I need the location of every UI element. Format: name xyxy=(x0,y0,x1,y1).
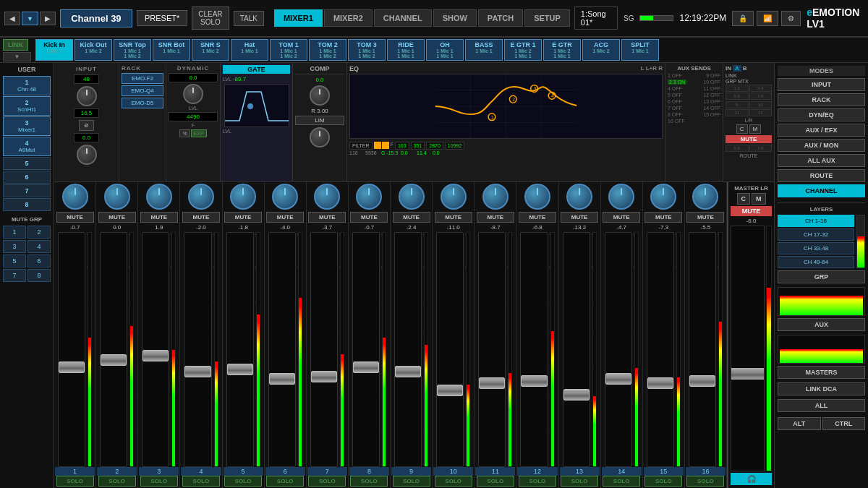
solo-btn-7[interactable]: SOLO xyxy=(308,476,346,487)
solo-btn-9[interactable]: SOLO xyxy=(393,476,430,487)
user-btn-6[interactable]: 6 xyxy=(3,171,51,184)
mute-btn-8[interactable]: MUTE xyxy=(350,212,388,223)
fader-track-16[interactable]: 50-5-10-20-30-50-60 xyxy=(689,232,716,467)
fader-thumb-5[interactable] xyxy=(227,364,253,375)
fader-thumb-9[interactable] xyxy=(395,366,421,377)
fader-thumb-11[interactable] xyxy=(479,377,505,389)
user-btn-3[interactable]: 3Mixer1 xyxy=(3,116,51,136)
fader-thumb-13[interactable] xyxy=(563,389,590,401)
mute-grp-7[interactable]: 7 xyxy=(3,269,26,282)
filter-icon2[interactable] xyxy=(382,142,389,149)
link-button[interactable]: LINK xyxy=(3,39,28,51)
comp-knob2[interactable] xyxy=(310,127,330,147)
ch-strip-8[interactable]: TOM 21 Mic 11 Mic 2 xyxy=(309,39,346,61)
ctrl-button[interactable]: CTRL xyxy=(822,417,866,430)
trim-knob[interactable] xyxy=(77,145,97,165)
channel-knob-14[interactable] xyxy=(608,184,634,210)
channel-knob-3[interactable] xyxy=(146,184,172,210)
route-mode-button[interactable]: ROUTE xyxy=(778,169,865,182)
alt-button[interactable]: ALT xyxy=(778,417,821,430)
solo-btn-6[interactable]: SOLO xyxy=(266,476,304,487)
dyn-knob[interactable] xyxy=(183,84,203,104)
wifi-button[interactable]: 📶 xyxy=(757,11,778,26)
preset-button[interactable]: PRESET* xyxy=(137,10,187,26)
ch-strip-4[interactable]: SNR Bot1 Mic 1 xyxy=(153,39,190,61)
nav-prev-button[interactable]: ◀ xyxy=(4,12,20,25)
fader-thumb-14[interactable] xyxy=(605,373,631,385)
user-btn-4[interactable]: 4A9Mut xyxy=(3,137,51,156)
mute-btn-7[interactable]: MUTE xyxy=(308,212,346,223)
ch-strip-11[interactable]: OH1 Mic 11 Mic 1 xyxy=(426,39,464,61)
ch-strip-14[interactable]: E GTR1 Mic 21 Mic 1 xyxy=(543,39,581,61)
headphones-btn[interactable]: 🎧 xyxy=(731,473,772,485)
ch-strip-12[interactable]: BASS1 Mic 1 xyxy=(465,39,503,61)
mute-grp-5[interactable]: 5 xyxy=(3,254,26,267)
grp-button[interactable]: GRP xyxy=(778,270,865,283)
tab-patch[interactable]: PATCH xyxy=(478,9,523,27)
phase-button[interactable]: ⊘ xyxy=(79,120,94,131)
fader-thumb-8[interactable] xyxy=(353,361,379,373)
ch-strip-10[interactable]: RIDE1 Mic 11 Mic 1 xyxy=(387,39,425,61)
mute-grp-2[interactable]: 2 xyxy=(27,226,51,239)
layer-ch1732-button[interactable]: CH 17-32 xyxy=(778,228,854,241)
solo-btn-5[interactable]: SOLO xyxy=(224,476,262,487)
user-btn-5[interactable]: 5 xyxy=(3,157,51,170)
mute-btn-9[interactable]: MUTE xyxy=(393,212,430,223)
emo-d5-button[interactable]: EMO-D5 xyxy=(122,98,163,108)
channel-display[interactable]: Channel 39 xyxy=(60,9,132,27)
solo-btn-10[interactable]: SOLO xyxy=(435,476,472,487)
channel-knob-7[interactable] xyxy=(314,184,340,210)
link-dca-button[interactable]: LINK DCA xyxy=(778,382,865,395)
allaux-mode-button[interactable]: ALL AUX xyxy=(778,154,865,167)
solo-btn-14[interactable]: SOLO xyxy=(603,476,640,487)
fader-track-4[interactable]: 50-5-10-20-30-50-60 xyxy=(184,232,211,467)
solo-btn-11[interactable]: SOLO xyxy=(477,476,514,487)
ch-strip-1[interactable]: Kick In1 Mic 1 xyxy=(35,39,73,61)
fader-thumb-15[interactable] xyxy=(647,377,673,389)
solo-btn-15[interactable]: SOLO xyxy=(644,476,682,487)
fader-thumb-3[interactable] xyxy=(142,350,169,361)
channel-knob-13[interactable] xyxy=(566,184,592,210)
ch-strip-5[interactable]: SNR S1 Mic 2 xyxy=(192,39,229,61)
mute-grp-6[interactable]: 6 xyxy=(27,254,51,267)
fader-track-14[interactable]: 50-5-10-20-30-50-60 xyxy=(605,232,632,467)
mute-btn-4[interactable]: MUTE xyxy=(182,212,220,223)
nav-next-button[interactable]: ▶ xyxy=(40,12,56,25)
fader-thumb-2[interactable] xyxy=(101,354,127,366)
c-btn[interactable]: C xyxy=(736,124,748,134)
m-btn[interactable]: M xyxy=(749,124,762,134)
auxefx-mode-button[interactable]: AUX / EFX xyxy=(778,124,865,137)
fader-thumb-16[interactable] xyxy=(689,375,715,387)
clear-solo-button[interactable]: CLEAR SOLO xyxy=(192,7,229,30)
mute-grp-4[interactable]: 4 xyxy=(27,240,51,253)
solo-btn-2[interactable]: SOLO xyxy=(98,476,136,487)
comp-knob[interactable] xyxy=(310,85,330,106)
fader-track-7[interactable]: 50-5-10-20-30-50-60 xyxy=(310,232,338,467)
ch-strip-6[interactable]: Hat1 Mic 1 xyxy=(231,39,268,61)
fader-track-6[interactable]: 50-5-10-20-30-50-60 xyxy=(268,232,296,467)
fader-thumb-7[interactable] xyxy=(311,371,337,382)
mute-btn-5[interactable]: MUTE xyxy=(224,212,262,223)
mute-btn-10[interactable]: MUTE xyxy=(435,212,472,223)
layer-ch3348-button[interactable]: CH 33-48 xyxy=(778,242,854,254)
mute-btn-11[interactable]: MUTE xyxy=(477,212,514,223)
fader-track-12[interactable]: 50-5-10-20-30-50-60 xyxy=(520,232,548,467)
fader-track-8[interactable]: 50-5-10-20-30-50-60 xyxy=(352,232,380,467)
fader-thumb-1[interactable] xyxy=(59,361,85,373)
mute-btn-15[interactable]: MUTE xyxy=(644,212,682,223)
tab-channel[interactable]: CHANNEL xyxy=(374,9,432,27)
mute-grp-3[interactable]: 3 xyxy=(3,240,26,253)
fader-thumb-4[interactable] xyxy=(184,366,210,377)
fader-thumb-10[interactable] xyxy=(437,385,463,396)
fader-track-3[interactable]: 50-5-10-20-30-50-60 xyxy=(142,232,169,467)
fader-track-9[interactable]: 50-5-10-20-30-50-60 xyxy=(394,232,422,467)
auxmon-mode-button[interactable]: AUX / MON xyxy=(778,139,865,152)
input-mode-button[interactable]: INPUT xyxy=(778,78,865,91)
mute-btn-12[interactable]: MUTE xyxy=(519,212,556,223)
channel-knob-2[interactable] xyxy=(104,184,130,210)
channel-knob-6[interactable] xyxy=(272,184,298,210)
ch-strip-13[interactable]: E GTR 11 Mic 21 Mic 1 xyxy=(504,39,542,61)
layer-ch4964-button[interactable]: CH 49-64 xyxy=(778,256,854,268)
fader-track-15[interactable]: 50-5-10-20-30-50-60 xyxy=(647,232,674,467)
filter-icon1[interactable] xyxy=(374,142,381,149)
